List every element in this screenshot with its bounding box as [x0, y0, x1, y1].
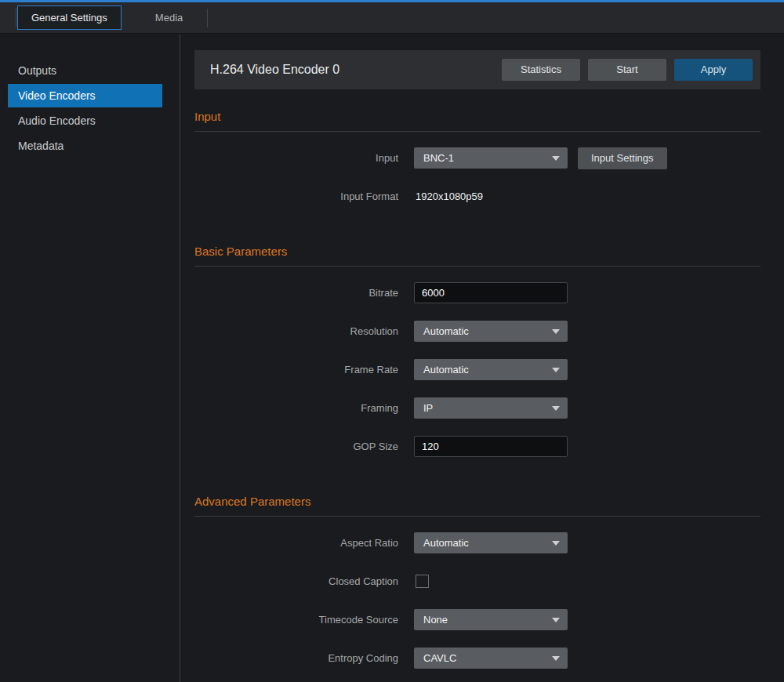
section-title-basic-parameters: Basic Parameters — [194, 245, 760, 258]
section-title-input: Input — [194, 110, 760, 123]
chevron-down-icon — [552, 156, 560, 161]
chevron-down-icon — [552, 406, 560, 411]
page-title: H.264 Video Encoder 0 — [210, 63, 502, 77]
section-divider — [194, 266, 760, 267]
section-divider — [194, 131, 760, 132]
bitrate-field[interactable] — [414, 282, 568, 303]
input-select[interactable]: BNC-1 — [414, 147, 568, 169]
tab-divider — [16, 9, 16, 27]
sidebar-item-outputs[interactable]: Outputs — [8, 59, 162, 82]
frame-rate-select[interactable]: Automatic — [414, 359, 568, 380]
form-row-timecode-source: Timecode Source None — [194, 609, 760, 630]
sidebar-item-video-encoders[interactable]: Video Encoders — [8, 84, 162, 107]
sidebar-item-metadata[interactable]: Metadata — [8, 134, 162, 158]
frame-rate-label: Frame Rate — [194, 364, 414, 375]
form-row-frame-rate: Frame Rate Automatic — [194, 359, 760, 380]
form-row-aspect-ratio: Aspect Ratio Automatic — [194, 532, 760, 553]
input-settings-button[interactable]: Input Settings — [578, 147, 667, 169]
main-panel: H.264 Video Encoder 0 Statistics Start A… — [180, 34, 784, 682]
chevron-down-icon — [552, 329, 560, 334]
tab-divider — [207, 9, 208, 27]
aspect-ratio-select-value: Automatic — [423, 537, 552, 549]
chevron-down-icon — [552, 368, 560, 372]
tab-media[interactable]: Media — [142, 6, 196, 29]
timecode-source-label: Timecode Source — [194, 614, 414, 626]
input-label: Input — [194, 152, 414, 164]
resolution-label: Resolution — [194, 325, 414, 337]
sidebar-item-audio-encoders[interactable]: Audio Encoders — [8, 109, 162, 132]
input-select-value: BNC-1 — [423, 152, 552, 164]
tab-general-settings[interactable]: General Settings — [17, 5, 122, 30]
closed-caption-checkbox[interactable] — [416, 575, 429, 588]
aspect-ratio-label: Aspect Ratio — [194, 537, 414, 549]
start-button[interactable]: Start — [588, 59, 666, 81]
gop-size-label: GOP Size — [194, 441, 414, 452]
timecode-source-select[interactable]: None — [414, 609, 568, 630]
apply-button[interactable]: Apply — [674, 59, 753, 81]
closed-caption-label: Closed Caption — [194, 575, 414, 587]
chevron-down-icon — [552, 541, 560, 546]
section-divider — [194, 516, 760, 517]
gop-size-field[interactable] — [414, 436, 568, 457]
framing-label: Framing — [194, 402, 414, 414]
statistics-button[interactable]: Statistics — [502, 59, 580, 81]
aspect-ratio-select[interactable]: Automatic — [414, 532, 568, 553]
entropy-coding-select-value: CAVLC — [423, 652, 552, 664]
form-row-resolution: Resolution Automatic — [194, 321, 760, 342]
encoder-header-bar: H.264 Video Encoder 0 Statistics Start A… — [194, 50, 760, 89]
sidebar: Outputs Video Encoders Audio Encoders Me… — [0, 34, 180, 682]
input-format-label: Input Format — [194, 190, 414, 202]
section-title-advanced-parameters: Advanced Parameters — [194, 495, 760, 508]
form-row-entropy-coding: Entropy Coding CAVLC — [194, 648, 760, 669]
bitrate-label: Bitrate — [194, 287, 414, 299]
form-row-input: Input BNC-1 Input Settings — [194, 147, 760, 169]
entropy-coding-select[interactable]: CAVLC — [414, 648, 568, 669]
form-row-framing: Framing IP — [194, 397, 760, 419]
framing-select[interactable]: IP — [414, 397, 568, 419]
form-row-bitrate: Bitrate — [194, 282, 760, 303]
entropy-coding-label: Entropy Coding — [194, 652, 414, 664]
resolution-select-value: Automatic — [423, 325, 552, 337]
resolution-select[interactable]: Automatic — [414, 321, 568, 342]
form-row-gop-size: GOP Size — [194, 436, 760, 457]
chevron-down-icon — [552, 656, 560, 661]
form-row-closed-caption: Closed Caption — [194, 571, 760, 592]
input-format-value: 1920x1080p59 — [414, 190, 483, 202]
timecode-source-select-value: None — [423, 614, 552, 626]
form-row-input-format: Input Format 1920x1080p59 — [194, 186, 760, 207]
framing-select-value: IP — [423, 402, 552, 414]
top-tab-bar: General Settings Media — [0, 0, 784, 34]
chevron-down-icon — [552, 618, 560, 622]
frame-rate-select-value: Automatic — [423, 364, 552, 375]
